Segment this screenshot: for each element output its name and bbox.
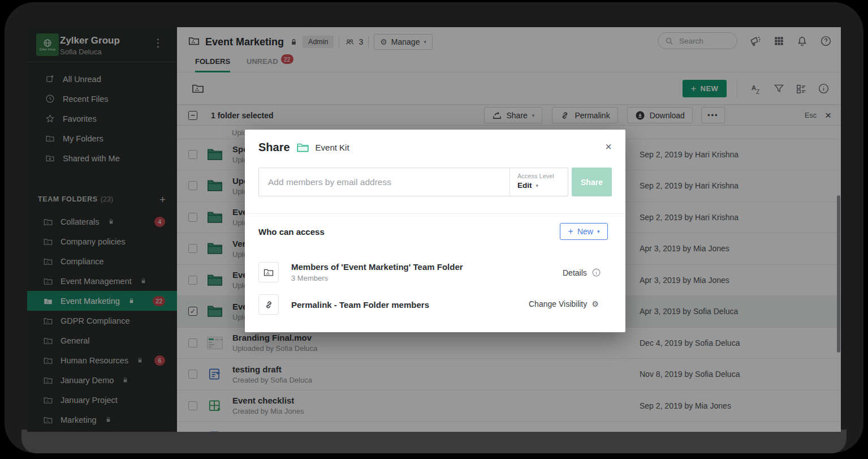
info-icon bbox=[591, 268, 601, 277]
chevron-down-icon: ▾ bbox=[536, 183, 539, 188]
plus-icon: + bbox=[568, 226, 573, 237]
divider bbox=[245, 213, 625, 214]
device-mockup: Zylker Group Zylker Group Sofia Deluca ⋮… bbox=[0, 0, 868, 459]
access-level-label: Access Level bbox=[517, 173, 568, 179]
details-label: Details bbox=[563, 268, 587, 277]
new-label: New bbox=[577, 227, 593, 236]
chevron-down-icon: ▾ bbox=[597, 229, 600, 234]
team-folder-icon bbox=[258, 262, 279, 282]
add-members-input[interactable] bbox=[259, 177, 509, 187]
access-row-subtitle: 3 Members bbox=[291, 274, 463, 282]
gear-icon: ⚙ bbox=[591, 300, 599, 308]
share-submit-button[interactable]: Share bbox=[572, 168, 612, 196]
close-icon[interactable]: × bbox=[605, 141, 612, 152]
members-access-row: Members of 'Event Marketing' Team Folder… bbox=[258, 262, 463, 282]
frame-bottom-strip bbox=[21, 430, 847, 453]
dialog-item-name: Event Kit bbox=[316, 143, 349, 152]
folder-icon bbox=[297, 143, 309, 153]
access-level-selector[interactable]: Access Level Edit ▾ bbox=[509, 168, 568, 196]
access-row-title: Members of 'Event Marketing' Team Folder bbox=[291, 262, 463, 272]
who-can-access-heading: Who can access bbox=[258, 227, 325, 237]
change-visibility-button[interactable]: Change Visibility ⚙ bbox=[529, 299, 599, 308]
share-dialog: Share Event Kit × Access Level Edit ▾ bbox=[245, 130, 625, 332]
change-visibility-label: Change Visibility bbox=[529, 299, 587, 308]
dialog-title: Share bbox=[258, 141, 290, 154]
new-share-link-button[interactable]: + New ▾ bbox=[560, 223, 608, 240]
access-level-value: Edit bbox=[517, 181, 532, 190]
permalink-access-row: Permalink - Team Folder members bbox=[258, 294, 429, 315]
link-icon bbox=[258, 294, 279, 315]
access-row-title: Permalink - Team Folder members bbox=[291, 300, 429, 310]
app-screen: Zylker Group Zylker Group Sofia Deluca ⋮… bbox=[27, 27, 841, 432]
add-members-field: Access Level Edit ▾ bbox=[258, 168, 568, 196]
details-button[interactable]: Details bbox=[563, 268, 601, 277]
